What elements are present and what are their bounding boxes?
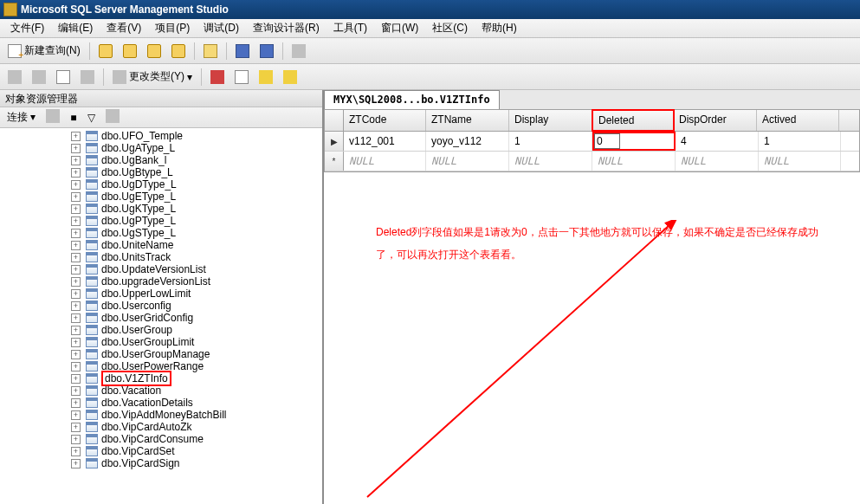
expand-icon[interactable]: +: [71, 180, 81, 190]
tree-node-table[interactable]: +dbo.VipCardSet: [2, 445, 320, 457]
tree-node-table[interactable]: +dbo.UgAType_L: [2, 142, 320, 154]
tree-node-table[interactable]: +dbo.UserGridConfig: [2, 312, 320, 324]
col-ztname[interactable]: ZTName: [426, 110, 509, 131]
tool-addtable[interactable]: [279, 68, 301, 87]
tree-node-table[interactable]: +dbo.VipCardAutoZk: [2, 421, 320, 433]
tool-execute[interactable]: [206, 68, 229, 87]
grid-row[interactable]: *NULLNULLNULLNULLNULLNULL: [325, 152, 859, 171]
expand-icon[interactable]: +: [71, 301, 81, 311]
tree-node-table[interactable]: +dbo.upgradeVersionList: [2, 275, 320, 288]
cell-disporder[interactable]: 4: [676, 132, 759, 151]
tree-node-table[interactable]: +dbo.Userconfig: [2, 300, 320, 312]
tool-groupby[interactable]: [255, 68, 277, 87]
expand-icon[interactable]: +: [71, 144, 81, 153]
menu-tools[interactable]: 工具(T): [327, 18, 374, 38]
expand-icon[interactable]: +: [71, 241, 81, 250]
menu-help[interactable]: 帮助(H): [475, 18, 524, 38]
tree-node-table[interactable]: +dbo.VacationDetails: [2, 397, 320, 409]
menu-community[interactable]: 社区(C): [425, 18, 475, 38]
expand-icon[interactable]: +: [71, 204, 81, 214]
menu-project[interactable]: 项目(P): [148, 18, 197, 38]
cell-ztcode[interactable]: NULL: [344, 152, 426, 171]
expand-icon[interactable]: +: [71, 253, 81, 262]
tool-db1[interactable]: [94, 42, 117, 61]
cell-ztcode[interactable]: v112_001: [344, 132, 426, 151]
col-display[interactable]: Display: [509, 110, 592, 131]
tool-filter[interactable]: ▽: [84, 110, 99, 126]
expand-icon[interactable]: +: [71, 289, 81, 299]
expand-icon[interactable]: +: [71, 459, 81, 468]
tree-node-table[interactable]: +dbo.UgBank_l: [2, 154, 320, 166]
tab-table-data[interactable]: MYX\SQL2008...bo.V1ZTInfo: [324, 90, 500, 109]
expand-icon[interactable]: +: [71, 192, 81, 202]
cell-deleted[interactable]: [592, 132, 676, 151]
tool-open[interactable]: [199, 42, 222, 61]
change-type-button[interactable]: 更改类型(Y) ▾: [108, 68, 197, 87]
menu-debug[interactable]: 调试(D): [197, 18, 246, 38]
deleted-input[interactable]: [594, 133, 620, 149]
expand-icon[interactable]: +: [71, 350, 81, 359]
tree-node-table[interactable]: +dbo.UpperLowLimit: [2, 288, 320, 300]
tool-criteria[interactable]: [28, 68, 50, 87]
tree-node-table[interactable]: +dbo.UserGroup: [2, 324, 320, 336]
connect-button[interactable]: 连接 ▾: [3, 108, 39, 126]
expand-icon[interactable]: +: [71, 229, 81, 238]
menu-view[interactable]: 查看(V): [100, 18, 148, 38]
menu-file[interactable]: 文件(F): [3, 18, 51, 38]
tool-sql[interactable]: [52, 68, 74, 87]
tool-verify[interactable]: [230, 68, 253, 87]
tool-db4[interactable]: [167, 42, 190, 61]
tree-node-table[interactable]: +dbo.UgEType_L: [2, 191, 320, 203]
menu-edit[interactable]: 编辑(E): [51, 18, 100, 38]
tool-stop[interactable]: ■: [67, 110, 80, 126]
menu-querydesigner[interactable]: 查询设计器(R): [246, 18, 327, 38]
expand-icon[interactable]: +: [71, 386, 81, 396]
expand-icon[interactable]: +: [71, 132, 81, 141]
tool-db2[interactable]: [119, 42, 141, 61]
tree-node-table[interactable]: +dbo.UnitsTrack: [2, 251, 320, 263]
expand-icon[interactable]: +: [71, 277, 81, 287]
tree-node-table[interactable]: +dbo.UserGroupLimit: [2, 336, 320, 348]
grid-row[interactable]: ▶v112_001yoyo_v112141: [325, 132, 859, 152]
menu-window[interactable]: 窗口(W): [374, 18, 425, 38]
cell-ztname[interactable]: yoyo_v112: [426, 132, 509, 151]
expand-icon[interactable]: +: [71, 265, 81, 275]
tree-node-table[interactable]: +dbo.UgBtype_L: [2, 166, 320, 178]
tree-node-table[interactable]: +dbo.UgKType_L: [2, 203, 320, 215]
tree-node-table[interactable]: +dbo.VipCardConsume: [2, 433, 320, 445]
col-disporder[interactable]: DispOrder: [674, 110, 757, 131]
col-deleted[interactable]: Deleted: [592, 109, 675, 132]
tree-node-table[interactable]: +dbo.UgDType_L: [2, 178, 320, 191]
tree-node-table[interactable]: +dbo.UpdateVersionList: [2, 263, 320, 275]
cell-deleted[interactable]: NULL: [592, 152, 676, 171]
tool-save[interactable]: [231, 42, 254, 61]
tool-saveall[interactable]: [255, 42, 278, 61]
cell-actived[interactable]: NULL: [759, 152, 841, 171]
expand-icon[interactable]: +: [71, 435, 81, 444]
expand-icon[interactable]: +: [71, 423, 81, 432]
expand-icon[interactable]: +: [71, 447, 81, 456]
tool-diagram[interactable]: [3, 68, 26, 87]
tree-node-table[interactable]: +dbo.VipCardSign: [2, 457, 320, 469]
expand-icon[interactable]: +: [71, 313, 81, 323]
cell-display[interactable]: NULL: [509, 152, 592, 171]
tree-node-table[interactable]: +dbo.VipAddMoneyBatchBill: [2, 409, 320, 421]
expand-icon[interactable]: +: [71, 374, 81, 384]
expand-icon[interactable]: +: [71, 362, 81, 372]
cell-disporder[interactable]: NULL: [676, 152, 759, 171]
cell-display[interactable]: 1: [509, 132, 592, 151]
expand-icon[interactable]: +: [71, 168, 81, 178]
col-ztcode[interactable]: ZTCode: [344, 110, 426, 131]
expand-icon[interactable]: +: [71, 326, 81, 335]
tool-activity[interactable]: [288, 42, 310, 61]
tool-properties[interactable]: [102, 107, 123, 127]
tree-node-table[interactable]: +dbo.UgPType_L: [2, 215, 320, 227]
cell-ztname[interactable]: NULL: [426, 152, 509, 171]
col-actived[interactable]: Actived: [757, 110, 839, 131]
expand-icon[interactable]: +: [71, 216, 81, 226]
tree-node-table[interactable]: +dbo.UgSType_L: [2, 227, 320, 239]
tree-node-table[interactable]: +dbo.UniteName: [2, 239, 320, 251]
tree-node-table[interactable]: +dbo.UFO_Temple: [2, 130, 320, 142]
tree-node-table[interactable]: +dbo.Vacation: [2, 384, 320, 397]
tool-refresh[interactable]: [42, 107, 63, 127]
